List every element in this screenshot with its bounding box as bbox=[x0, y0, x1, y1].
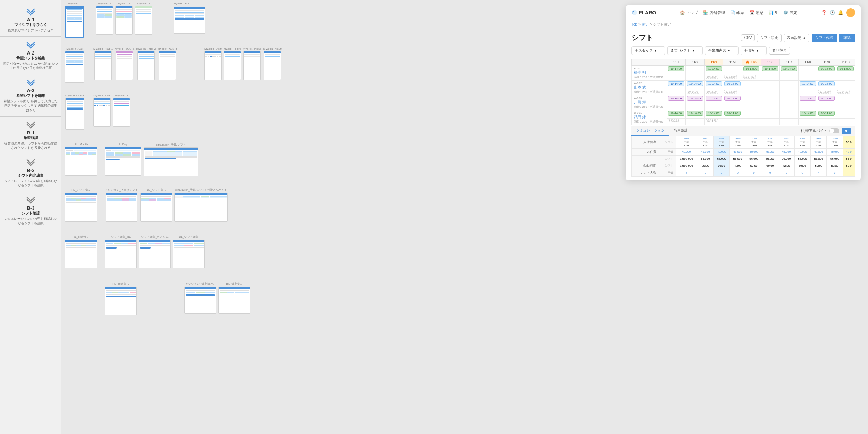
frame-rl-confirm-box[interactable] bbox=[65, 240, 97, 268]
shift-sub-cell[interactable] bbox=[761, 118, 780, 125]
shift-sub-cell[interactable] bbox=[761, 107, 780, 110]
shift-cell[interactable]: 10-14:00 bbox=[799, 95, 817, 107]
frame-shiftedit-custom-box[interactable] bbox=[139, 240, 171, 268]
frame-shiftedit-rl-box[interactable] bbox=[105, 240, 137, 268]
shift-sub-cell[interactable] bbox=[686, 107, 705, 110]
frame-add1-box[interactable] bbox=[94, 51, 112, 80]
frame-rl-month[interactable]: RL_Month bbox=[65, 143, 97, 176]
shift-sub-cell[interactable] bbox=[817, 74, 836, 80]
shift-sub-cell[interactable]: 10-14:00 bbox=[723, 89, 742, 95]
nav-item-doc[interactable]: 📄 帳票 bbox=[730, 10, 744, 16]
shift-cell[interactable]: 10-14:00 bbox=[667, 95, 686, 107]
frame-shiftcheck[interactable]: MyShift_Check bbox=[65, 94, 85, 130]
frame-add3[interactable]: MyShift_Add_2 bbox=[136, 47, 156, 80]
frame-shiftedit-custom[interactable]: シフト確集_カスタム bbox=[139, 235, 171, 268]
frame-b1day[interactable]: B_Day bbox=[105, 143, 141, 176]
clock-icon[interactable]: 🕐 bbox=[830, 10, 835, 15]
shift-cell[interactable] bbox=[780, 110, 799, 119]
sim-tab-simulation[interactable]: シミュレーション bbox=[631, 126, 669, 136]
filter-staff[interactable]: 全スタッフ ▼ bbox=[631, 46, 665, 55]
shift-sub-cell[interactable]: 10-14:00 bbox=[705, 118, 723, 125]
shift-sub-cell[interactable]: 10-14:00 bbox=[667, 118, 686, 125]
breadcrumb-top[interactable]: Top bbox=[631, 22, 637, 26]
frame-myshift2[interactable]: MyShift_2 bbox=[96, 2, 113, 35]
shift-cell[interactable]: 10-14:00 bbox=[705, 81, 723, 89]
frame-shiftsent-box[interactable] bbox=[93, 98, 111, 127]
filter-shift[interactable]: 希望, シフト ▼ bbox=[667, 46, 703, 55]
shift-cell[interactable] bbox=[686, 66, 705, 74]
frame-shiftplace1[interactable]: MyShift_Place bbox=[243, 47, 261, 80]
shift-sub-cell[interactable]: 10-14:00 bbox=[817, 89, 836, 95]
create-shift-button[interactable]: シフト作成 bbox=[812, 34, 837, 42]
shift-sub-cell[interactable] bbox=[799, 107, 817, 110]
frame-shiftdate[interactable]: MyShift_Date bbox=[204, 47, 222, 80]
shift-cell[interactable] bbox=[780, 95, 799, 107]
shift-sub-cell[interactable] bbox=[780, 118, 799, 125]
shift-cell[interactable] bbox=[780, 81, 799, 89]
shift-cell[interactable] bbox=[761, 110, 780, 119]
shift-cell[interactable]: 10-14:00 bbox=[742, 66, 761, 74]
frame-rl-confirm[interactable]: RL_確定集... bbox=[65, 235, 97, 268]
frame-rl-confirm2[interactable]: RL_確定集... bbox=[105, 282, 137, 315]
help-icon[interactable]: ❓ bbox=[821, 10, 827, 15]
frame-action-down[interactable]: アクション_下書きシフト bbox=[105, 188, 138, 222]
frame-rl-shiftedit-box[interactable] bbox=[65, 193, 97, 222]
shift-sub-cell[interactable] bbox=[761, 89, 780, 95]
frame-myshift2-box[interactable] bbox=[96, 6, 113, 35]
csv-button[interactable]: CSV bbox=[741, 34, 755, 41]
shift-cell[interactable]: 10-14:00 bbox=[686, 95, 705, 107]
display-settings-button[interactable]: 表示設定 ▲ bbox=[784, 34, 809, 42]
shift-cell[interactable] bbox=[723, 66, 742, 74]
frame-add4[interactable]: MyShift_Add_3 bbox=[158, 47, 177, 80]
frame-simulation-box[interactable] bbox=[144, 147, 198, 176]
shift-cell[interactable]: 10-14:00 bbox=[723, 81, 742, 89]
frame-rl-confirm2-box[interactable] bbox=[105, 287, 137, 315]
shift-cell[interactable] bbox=[836, 110, 855, 119]
frame-myshift3b[interactable]: MyShift_3 bbox=[113, 94, 130, 127]
shift-cell[interactable]: 10-14:00 bbox=[761, 66, 780, 74]
shift-cell[interactable]: 10-14:00 bbox=[817, 81, 836, 89]
sort-button[interactable]: 並び替え bbox=[769, 47, 790, 55]
filter-business[interactable]: 全業務内容 ▼ bbox=[705, 46, 739, 55]
shift-sub-cell[interactable] bbox=[686, 74, 705, 80]
frame-action-confirm-box[interactable] bbox=[184, 287, 216, 314]
frame-add2[interactable]: MyShift_Add_2 bbox=[115, 47, 134, 80]
frame-shiftedit-rl[interactable]: シフト確集_RL bbox=[105, 235, 137, 268]
shift-sub-cell[interactable] bbox=[836, 74, 855, 80]
employee-toggle[interactable] bbox=[829, 128, 839, 133]
frame-shifttime-box[interactable] bbox=[224, 51, 241, 80]
nav-item-settings[interactable]: ⚙️ 設定 bbox=[783, 10, 797, 16]
shift-sub-cell[interactable] bbox=[742, 118, 761, 125]
shift-sub-cell[interactable] bbox=[761, 74, 780, 80]
frame-shiftsent[interactable]: MyShift_Sent bbox=[93, 94, 111, 127]
frame-shiftplace1-box[interactable] bbox=[243, 51, 261, 80]
frame-bl-confirm[interactable]: BL_確定集... bbox=[218, 282, 250, 314]
shift-cell[interactable] bbox=[836, 95, 855, 107]
shift-cell[interactable] bbox=[761, 95, 780, 107]
shift-sub-cell[interactable] bbox=[705, 107, 723, 110]
shift-sub-cell[interactable] bbox=[799, 74, 817, 80]
shift-sub-cell[interactable]: 10-14:00 bbox=[836, 89, 855, 95]
shift-sub-cell[interactable]: 10-14:00 bbox=[686, 89, 705, 95]
shift-cell[interactable] bbox=[742, 81, 761, 89]
sim-expand-button[interactable]: ▼ bbox=[842, 128, 851, 134]
frame-myadd-main[interactable]: MyShift_Add bbox=[65, 47, 84, 83]
shift-sub-cell[interactable] bbox=[742, 107, 761, 110]
frame-bl-confirm-box[interactable] bbox=[218, 287, 250, 314]
shift-cell[interactable]: 10-14:00 bbox=[780, 66, 799, 74]
shift-sub-cell[interactable] bbox=[836, 118, 855, 125]
frame-myshift4-box[interactable] bbox=[135, 6, 152, 35]
frame-bl-shiftedit2[interactable]: BL_シフト確集 bbox=[173, 235, 205, 268]
frame-shiftcheck-box[interactable] bbox=[65, 98, 84, 130]
shift-sub-cell[interactable] bbox=[780, 107, 799, 110]
frame-add2-box[interactable] bbox=[116, 51, 133, 80]
frame-myshift3-box[interactable] bbox=[115, 6, 133, 35]
filter-info[interactable]: 全情報 ▼ bbox=[741, 46, 767, 55]
frame-add1[interactable]: MyShift_Add_1 bbox=[93, 47, 113, 80]
frame-rl-shiftedit[interactable]: RL_シフト集... bbox=[65, 188, 97, 222]
shift-sub-cell[interactable]: 10-14:00 bbox=[742, 74, 761, 80]
shift-cell[interactable]: 10-14:00 bbox=[817, 110, 836, 119]
shift-cell[interactable]: 10-14:00 bbox=[667, 66, 686, 74]
frame-myshift1-box[interactable] bbox=[65, 6, 84, 38]
frame-shiftdate-box[interactable] bbox=[204, 51, 222, 80]
